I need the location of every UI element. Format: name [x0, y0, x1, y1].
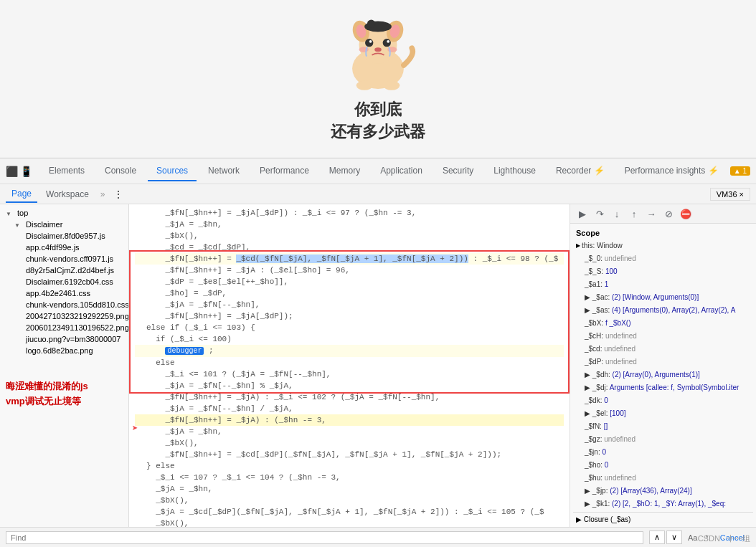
step-into-btn[interactable]: ↓: [610, 207, 623, 220]
scope-label: Scope: [573, 227, 753, 239]
subtab-workspace[interactable]: Workspace: [40, 186, 95, 202]
svg-point-13: [356, 81, 373, 90]
tree-item-png1[interactable]: 20042710323219292259.png: [0, 310, 128, 322]
scope-item-dh: ▶ _$dh: (2) [Array(0), Arguments(1)]: [573, 368, 753, 381]
tab-recorder[interactable]: Recorder ⚡: [547, 161, 613, 181]
tab-console[interactable]: Console: [96, 161, 145, 181]
tree-item-jiucuo[interactable]: jiucuo.png?v=bm38000007: [0, 333, 128, 345]
code-line-4: _$cd = _$cd[_$dP],: [135, 242, 564, 253]
sidebar-menu-icon[interactable]: ⋮: [114, 189, 123, 199]
debug-toolbar: ▶ ↷ ↓ ↑ → ⊘ ⛔: [570, 204, 756, 224]
device-icon[interactable]: 📱: [20, 166, 32, 177]
code-line-15: _$_i <= 101 ? (_$jA = _$fN[--_$hn],: [135, 368, 564, 380]
tree-label-disclaimer-css: Disclaimer.6192cb04.css: [26, 277, 113, 286]
step-over-btn[interactable]: ↷: [593, 207, 606, 220]
tree-item-chunk-vendors-js[interactable]: chunk-vendors.cff0971.js: [0, 253, 128, 265]
tab-application[interactable]: Application: [372, 161, 431, 181]
find-prev-btn[interactable]: ∧: [649, 531, 665, 544]
code-line-13: debugger ;: [135, 345, 564, 357]
code-line-3: _$bX(),: [135, 230, 564, 242]
scope-local-header[interactable]: ▶ this: Window: [573, 239, 753, 252]
scope-item-as: ▶ _$as: (4) [Arguments(0), Array(2), Arr…: [573, 304, 753, 317]
scope-item-fn: _$fN: []: [573, 420, 753, 433]
code-content: ➤ _$fN[_$hn++] = _$jA[_$dP]) : _$_i <= 9…: [129, 204, 570, 527]
code-line-19: _$fN[_$hn++] = _$jA) : (_$hn -= 3,: [135, 414, 564, 426]
folder-open-icon: [6, 209, 14, 217]
code-line-23: } else: [135, 460, 564, 472]
code-line-10: _$fN[_$hn++] = _$jA[_$dP]);: [135, 310, 564, 322]
tree-label-disclaimer: Disclaimer: [26, 220, 62, 229]
tree-item-disclaimer[interactable]: Disclaimer: [0, 219, 128, 230]
svg-point-6: [365, 39, 373, 47]
scope-item-ho: _$ho: 0: [573, 459, 753, 472]
code-line-9: _$jA = _$fN[--_$hn],: [135, 299, 564, 310]
tab-sources[interactable]: Sources: [148, 161, 197, 181]
inspect-icon[interactable]: ⬛: [6, 166, 17, 177]
find-next-btn[interactable]: ∨: [666, 531, 682, 544]
svg-point-9: [387, 40, 389, 43]
tree-item-top[interactable]: top: [0, 207, 128, 219]
local-label: this: Window: [582, 240, 623, 252]
scope-item-bx: _$bX: f _$bX(): [573, 317, 753, 330]
tree-item-logo[interactable]: logo.6d8e2bac.png: [0, 345, 128, 356]
tab-network[interactable]: Network: [199, 161, 248, 181]
scope-item-s: _$_S: 100: [573, 265, 753, 278]
tree-item-app-js[interactable]: app.c4fdf99e.js: [0, 242, 128, 253]
pause-on-exception-btn[interactable]: ⛔: [679, 207, 692, 220]
svg-point-7: [383, 39, 391, 47]
code-line-21: _$bX(),: [135, 437, 564, 449]
folder-open-icon-2: [14, 220, 23, 229]
tab-security[interactable]: Security: [434, 161, 482, 181]
code-line-12: if (_$_i <= 100): [135, 333, 564, 345]
tab-perf-insights[interactable]: Performance insights ⚡: [616, 161, 727, 181]
aa-option[interactable]: Aa: [688, 533, 697, 542]
scope-item-cd: _$cd: undefined: [573, 343, 753, 356]
tree-item-png2[interactable]: 20060123491130196522.png: [0, 322, 128, 333]
file-sidebar: top Disclaimer Disclaimer.8fd0e957.js ap…: [0, 204, 129, 527]
scope-item-s0: _$_0: undefined: [573, 252, 753, 265]
code-line-14: else: [135, 357, 564, 368]
tab-lighthouse[interactable]: Lighthouse: [485, 161, 544, 181]
step-btn[interactable]: →: [645, 207, 658, 220]
tab-performance[interactable]: Performance: [251, 161, 318, 181]
tree-item-app-css[interactable]: app.4b2e2461.css: [0, 287, 128, 299]
tab-memory[interactable]: Memory: [321, 161, 369, 181]
arrow-indicator: ➤: [132, 423, 138, 434]
cartoon-image: 你到底 还有多少武器: [313, 14, 443, 143]
code-line-24: _$_i <= 107 ? _$_i <= 104 ? (_$hn -= 3,: [135, 472, 564, 483]
svg-point-14: [384, 81, 400, 90]
vm-file-tab[interactable]: VM36 ×: [710, 188, 750, 201]
tree-label-disclaimer-js: Disclaimer.8fd0e957.js: [26, 232, 105, 240]
code-wrapper: ➤ _$fN[_$hn++] = _$jA[_$dP]) : _$_i <= 9…: [129, 204, 570, 527]
tree-item-disclaimer-js[interactable]: Disclaimer.8fd0e957.js: [0, 230, 128, 242]
scope-local: ▶ this: Window _$_0: undefined _$_S: 100…: [573, 239, 753, 510]
tree-item-disclaimer-css[interactable]: Disclaimer.6192cb04.css: [0, 276, 128, 287]
code-line-7: _$dP = _$e8[_$el[++_$ho]],: [135, 276, 564, 287]
right-panel: ▶ ↷ ↓ ↑ → ⊘ ⛔ Scope ▶ this: Window _$_0:…: [570, 204, 756, 527]
find-input[interactable]: [6, 531, 643, 544]
closure-as[interactable]: ▶ Closure (_$as): [573, 514, 753, 525]
chinese-text: 你到底 还有多少武器: [331, 99, 425, 143]
resume-btn[interactable]: ▶: [576, 207, 589, 220]
devtools-main: top Disclaimer Disclaimer.8fd0e957.js ap…: [0, 204, 756, 527]
tree-label-top: top: [17, 209, 28, 217]
expand-icon: ▶: [576, 240, 580, 252]
scope-item-jn: _$jn: 0: [573, 446, 753, 459]
tab-elements[interactable]: Elements: [40, 161, 93, 181]
tree-item-chunk-vendors-css[interactable]: chunk-vendors.105dd810.css: [0, 299, 128, 310]
tree-label-png2: 20060123491130196522.png: [26, 323, 129, 332]
deactivate-btn[interactable]: ⊘: [662, 207, 675, 220]
tree-label-app-css: app.4b2e2461.css: [26, 289, 90, 298]
tree-item-d8y[interactable]: d8y2r5aICjmZ.d2d4bef.js: [0, 265, 128, 276]
scope-item-k1: ▶ _$k1: (2) [2, _$hO: 1, _$Y: Array(1), …: [573, 498, 753, 510]
code-line-8: _$ho] = _$dP,: [135, 287, 564, 299]
step-out-btn[interactable]: ↑: [628, 207, 641, 220]
tree-label-d8y: d8y2r5aICjmZ.d2d4bef.js: [26, 266, 114, 275]
code-line-18: _$jA = _$fN[--_$hn] / _$jA,: [135, 403, 564, 414]
code-line-20: _$jA = _$hn,: [135, 426, 564, 437]
scope-item-ch: _$cH: undefined: [573, 330, 753, 343]
svg-point-12: [374, 47, 381, 52]
scope-item-dp: _$dP: undefined: [573, 356, 753, 368]
subtab-page[interactable]: Page: [6, 186, 37, 203]
scope-panel: Scope ▶ this: Window _$_0: undefined _$_…: [570, 224, 756, 527]
